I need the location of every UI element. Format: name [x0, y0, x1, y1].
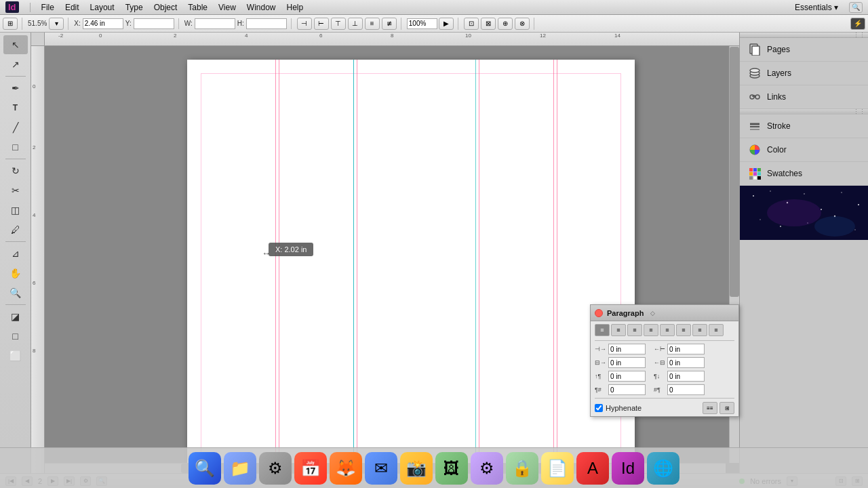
align-justify-btn[interactable]: ≡: [644, 324, 658, 336]
menu-edit[interactable]: Edit: [65, 3, 79, 12]
menu-view[interactable]: View: [218, 3, 236, 12]
tool-gradient[interactable]: ◫: [3, 201, 28, 220]
dock-indesign[interactable]: Id: [612, 452, 644, 485]
tool-hand[interactable]: ✋: [3, 264, 28, 283]
panel-item-layers[interactable]: Layers: [740, 62, 868, 85]
col-guide-4: [357, 60, 357, 473]
align-top-btn[interactable]: ⊥: [348, 18, 363, 30]
stroke-label: Stroke: [767, 121, 791, 131]
align-right-para-btn[interactable]: ≡: [627, 324, 642, 336]
menu-object[interactable]: Object: [154, 3, 178, 12]
tool-fill-stroke[interactable]: ◪: [3, 307, 28, 326]
menu-layout[interactable]: Layout: [90, 3, 115, 12]
align-justify-last-left[interactable]: ≡: [660, 324, 675, 336]
align-bottom-btn[interactable]: ≢: [382, 18, 397, 30]
dock-notes[interactable]: 📄: [541, 452, 574, 485]
frame-fill-btn[interactable]: ⊠: [481, 18, 496, 30]
ruler-tick-v0: 0: [33, 83, 35, 89]
paragraph-close-btn[interactable]: [595, 309, 603, 317]
zoom-dropdown[interactable]: ▾: [49, 18, 64, 30]
dock-calendar[interactable]: 📅: [294, 452, 327, 485]
grid-tool[interactable]: ⊞: [3, 18, 18, 30]
align-left-btn[interactable]: ≡: [595, 324, 610, 336]
percent-input[interactable]: [407, 18, 437, 29]
w-input[interactable]: [195, 18, 235, 29]
menu-type[interactable]: Type: [125, 3, 143, 12]
number-input-left[interactable]: [608, 384, 646, 395]
frame-center-btn[interactable]: ⊕: [498, 18, 513, 30]
align-center-btn[interactable]: ⊢: [314, 18, 329, 30]
align-left-btn[interactable]: ⊣: [297, 18, 312, 30]
svg-rect-18: [749, 176, 753, 180]
tool-shape[interactable]: □: [3, 138, 28, 157]
tool-zoom[interactable]: 🔍: [3, 283, 28, 302]
tool-pen[interactable]: ✒: [3, 79, 28, 98]
h-input[interactable]: [246, 18, 287, 29]
tool-line[interactable]: ╱: [3, 118, 28, 137]
tool-screen-mode[interactable]: ⬜: [3, 346, 28, 365]
paragraph-collapse[interactable]: ◇: [650, 310, 655, 317]
tool-selection[interactable]: ↖: [3, 35, 28, 54]
xy-group: X: Y:: [74, 18, 178, 29]
menu-window[interactable]: Window: [247, 3, 276, 12]
x-input[interactable]: [83, 18, 123, 29]
dock-system[interactable]: ⚙: [471, 452, 503, 485]
dock-browser[interactable]: 🦊: [330, 452, 362, 485]
paragraph-title-bar[interactable]: Paragraph ◇: [591, 305, 738, 321]
panel-item-color[interactable]: Color: [740, 138, 868, 162]
align-justify-all[interactable]: ≡: [709, 324, 724, 336]
space-after-input[interactable]: [667, 371, 705, 382]
panel-item-stroke[interactable]: Stroke: [740, 115, 868, 138]
number-icon-2: #¶: [654, 386, 665, 393]
tool-scissors[interactable]: ✂: [3, 181, 28, 200]
frame-auto-btn[interactable]: ⊗: [515, 18, 530, 30]
dock-acrobat[interactable]: A: [576, 452, 609, 485]
hyphenate-checkbox[interactable]: [595, 404, 603, 412]
tool-measure[interactable]: ⊿: [3, 244, 28, 263]
last-indent-input[interactable]: [667, 357, 705, 368]
dock-files[interactable]: 📁: [224, 452, 256, 485]
right-indent-input[interactable]: [667, 344, 705, 354]
tool-direct-selection[interactable]: ↗: [3, 55, 28, 74]
tool-apply-color[interactable]: □: [3, 327, 28, 346]
ruler-tick-4: 4: [245, 33, 248, 39]
align-justify-last-right[interactable]: ≡: [692, 324, 707, 336]
align-justify-last-center[interactable]: ≡: [676, 324, 691, 336]
frame-fit-btn[interactable]: ⊡: [464, 18, 479, 30]
menu-help[interactable]: Help: [287, 3, 304, 12]
dock-photos[interactable]: 📸: [400, 452, 433, 485]
menu-file[interactable]: File: [41, 3, 54, 12]
lightning-btn[interactable]: ⚡: [850, 18, 865, 30]
hyphen-style-1[interactable]: ≡≡: [703, 402, 717, 414]
tool-transform[interactable]: ↻: [3, 161, 28, 180]
svg-rect-13: [753, 168, 757, 171]
percent-play[interactable]: ▶: [439, 18, 454, 30]
dock-mail[interactable]: ✉: [365, 452, 397, 485]
search-btn[interactable]: 🔍: [849, 2, 863, 13]
number-input-right[interactable]: [667, 384, 705, 395]
dock-security[interactable]: 🔒: [506, 452, 538, 485]
align-center-para-btn[interactable]: ≡: [611, 324, 626, 336]
hyphen-style-2[interactable]: ⊞: [719, 402, 734, 414]
align-middle-btn[interactable]: ≡: [365, 18, 380, 30]
col-guide-7: [553, 60, 554, 473]
tool-type[interactable]: T: [3, 98, 28, 117]
dock-finder[interactable]: 🔍: [189, 452, 221, 485]
ruler-corner: [31, 33, 45, 46]
page-document: [187, 60, 635, 473]
space-before-input[interactable]: [608, 371, 646, 382]
tool-eyedropper[interactable]: 🖊: [3, 220, 28, 239]
align-right-btn[interactable]: ⊤: [331, 18, 346, 30]
dock-globe[interactable]: 🌐: [647, 452, 679, 485]
first-line-indent-input[interactable]: [608, 357, 646, 368]
y-input[interactable]: [134, 18, 174, 29]
menu-table[interactable]: Table: [188, 3, 208, 12]
menu-essentials[interactable]: Essentials ▾: [795, 3, 838, 12]
panel-item-swatches[interactable]: Swatches: [740, 162, 868, 186]
panel-header-resize[interactable]: ⋮⋮: [740, 33, 868, 38]
left-indent-input[interactable]: [608, 344, 646, 354]
panel-item-pages[interactable]: Pages: [740, 38, 868, 62]
dock-preview[interactable]: 🖼: [435, 452, 468, 485]
dock-settings[interactable]: ⚙: [259, 452, 292, 485]
panel-item-links[interactable]: Links: [740, 85, 868, 109]
